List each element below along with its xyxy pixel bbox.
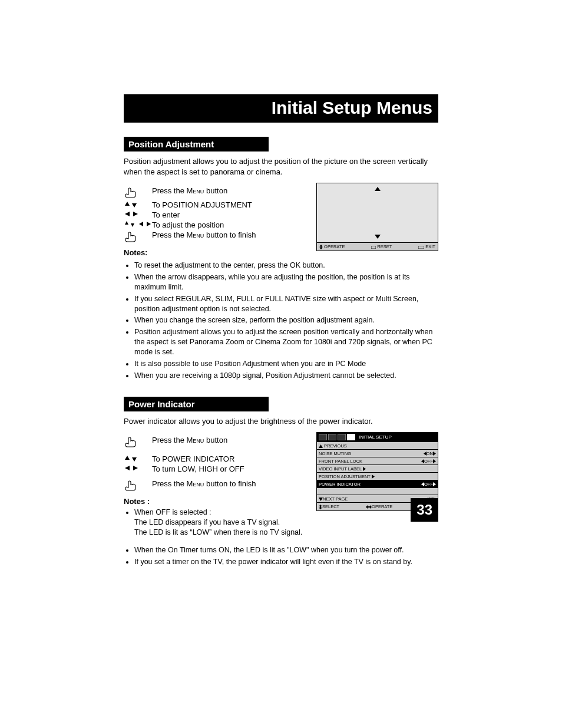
section2-notes-a: When OFF is selected : The LED disappear… (124, 508, 305, 538)
step-text: To enter (152, 210, 305, 219)
svg-marker-16 (133, 466, 138, 470)
svg-marker-5 (131, 223, 134, 227)
note-item: When you are receiving a 1080p signal, P… (134, 371, 438, 381)
t: OFF (424, 459, 433, 464)
t: Press the (152, 479, 187, 488)
osd-select: SELECT (319, 504, 339, 509)
svg-marker-22 (363, 467, 366, 471)
t: When OFF is selected : (134, 508, 211, 516)
svg-marker-10 (319, 245, 323, 249)
t: button to finish (204, 230, 256, 239)
tab-icon-selected (347, 434, 355, 440)
osd-row-position-adjustment: POSITION ADJUSTMENT (317, 472, 438, 480)
page-number: 33 (411, 498, 438, 522)
svg-marker-28 (366, 505, 372, 509)
section1-intro: Position adjustment allows you to adjust… (124, 156, 438, 177)
section1-notes: To reset the adjustment to the center, p… (124, 261, 438, 381)
svg-rect-12 (418, 246, 424, 249)
triangle-up-icon (375, 187, 381, 191)
svg-marker-23 (372, 475, 375, 479)
t: button (204, 436, 227, 444)
step-text: To adjust the position (152, 220, 305, 229)
t: POWER INDICATOR (319, 482, 361, 487)
note-item: Position adjustment allows you to adjust… (134, 327, 438, 357)
updown-arrows-icon (124, 454, 152, 463)
t: Menu (187, 479, 204, 488)
hand-press-icon (124, 230, 152, 243)
section-heading-power-indicator: Power Indicator (124, 397, 269, 411)
step-text: Press the Menu button to finish (152, 479, 305, 488)
step-text: Press the Menu button (152, 436, 305, 444)
svg-marker-7 (147, 222, 151, 226)
t: button (204, 186, 227, 195)
t: RESET (377, 244, 392, 249)
notes-label: Notes: (124, 248, 305, 257)
svg-marker-6 (139, 222, 143, 226)
tab-icon (328, 434, 336, 440)
tab-icon (338, 434, 346, 440)
hand-press-icon (124, 186, 152, 199)
svg-marker-25 (433, 482, 436, 486)
section2-steps: Press the Menu button To POWER INDICATOR… (124, 436, 305, 492)
note-item: It is also possible to use Position Adju… (134, 359, 438, 369)
t: POSITION ADJUSTMENT (319, 474, 371, 479)
t: NOISE MUTING (319, 451, 351, 456)
svg-marker-8 (375, 187, 381, 191)
note-item: When the arrow disappears, while you are… (134, 272, 438, 292)
section2-notes-b: When the On Timer turns ON, the LED is l… (124, 545, 438, 567)
note-item: When the On Timer turns ON, the LED is l… (134, 545, 438, 555)
updown-arrows-icon (124, 200, 152, 209)
section1-steps: Press the Menu button To POSITION ADJUST… (124, 186, 305, 243)
svg-rect-11 (371, 246, 376, 249)
svg-marker-0 (125, 202, 130, 206)
page-title: Initial Setup Menus (124, 94, 438, 123)
t: Menu (187, 436, 204, 444)
svg-marker-9 (375, 235, 381, 239)
note-item: If you set a timer on the TV, the power … (134, 557, 438, 567)
t: Press the (152, 436, 187, 444)
t: OPERATE (372, 504, 392, 509)
note-item: To reset the adjustment to the center, p… (134, 261, 438, 271)
osd-position-adjustment: OPERATE RESET EXIT (316, 183, 438, 251)
notes-label: Notes : (124, 497, 305, 506)
t: EXIT (425, 244, 435, 249)
svg-marker-3 (133, 212, 138, 216)
t: OFF (424, 482, 433, 487)
svg-marker-19 (433, 452, 436, 456)
t: Press the (152, 186, 187, 195)
step-text: To POSITION ADJUSTMENT (152, 200, 305, 209)
t: The LED disappears if you have a TV sign… (134, 518, 280, 526)
osd-operate: OPERATE (366, 504, 392, 509)
t: Press the (152, 230, 187, 239)
hand-press-icon (124, 479, 152, 492)
t: button to finish (204, 479, 256, 488)
t: ON (427, 451, 433, 456)
t: The LED is lit as “LOW” when there is no… (134, 528, 302, 536)
leftright-arrows-icon (124, 465, 152, 472)
leftright-arrows-icon (124, 210, 152, 218)
svg-marker-1 (132, 203, 137, 207)
step-text: To POWER INDICATOR (152, 454, 305, 463)
triangle-down-icon (375, 235, 381, 239)
step-text: To turn LOW, HIGH or OFF (152, 465, 305, 473)
t: VIDEO INPUT LABEL (319, 466, 362, 472)
osd-reset: RESET (371, 244, 392, 249)
t: NEXT PAGE (323, 496, 348, 502)
step-text: Press the Menu button to finish (152, 230, 305, 239)
svg-marker-13 (125, 456, 130, 460)
t: SELECT (322, 504, 339, 509)
t: FRONT PANEL LOCK (319, 459, 362, 464)
svg-marker-26 (319, 498, 323, 501)
svg-marker-14 (132, 457, 137, 462)
svg-marker-2 (125, 212, 130, 216)
section-heading-position-adjustment: Position Adjustment (124, 137, 269, 151)
section2-intro: Power indicator allows you to adjust the… (124, 416, 438, 427)
osd-row-noise-muting: NOISE MUTING ON (317, 449, 438, 457)
osd-title: INITIAL SETUP (359, 434, 392, 440)
t: Menu (187, 186, 204, 195)
osd-row-previous: PREVIOUS (317, 442, 438, 449)
tab-icon (319, 434, 327, 440)
osd-row-blank (317, 487, 438, 495)
osd-exit: EXIT (418, 244, 435, 249)
svg-marker-15 (125, 466, 130, 470)
